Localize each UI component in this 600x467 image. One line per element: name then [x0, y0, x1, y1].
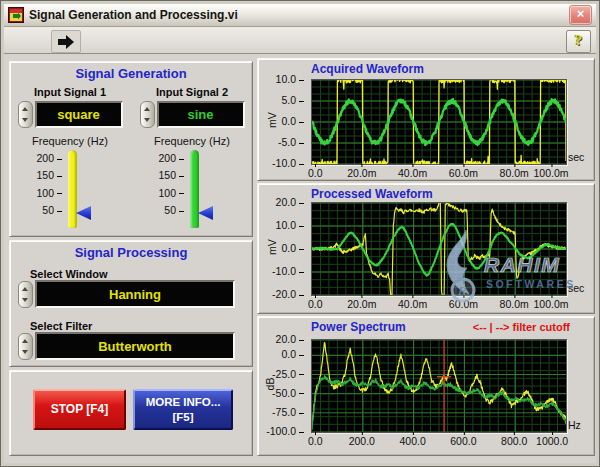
select-window-label: Select Window: [30, 268, 108, 280]
close-icon[interactable]: ×: [569, 5, 592, 25]
select-filter-label: Select Filter: [30, 320, 92, 332]
slider-thumb-1[interactable]: [76, 206, 91, 220]
slider-scale-2: 200 150 100 50: [148, 152, 184, 216]
input-signal-2-value[interactable]: sine: [157, 101, 245, 128]
frequency-slider-1: 200 150 100 50: [16, 150, 124, 234]
window-titlebar: Signal Generation and Processing.vi ×: [4, 4, 596, 27]
run-arrow-icon: [58, 35, 74, 49]
plot-area: [311, 79, 567, 165]
y-tick-label: 20.0: [276, 333, 304, 345]
y-tick-label: -25.0: [272, 368, 304, 380]
filter-cutoff-annotation: <-- | --> filter cutoff: [473, 321, 570, 333]
x-tick-label: 80.0m: [500, 298, 529, 310]
chart-title: Processed Waveform: [311, 187, 433, 201]
slider-track-1[interactable]: [68, 150, 77, 228]
input-signal-1-spinner[interactable]: [18, 101, 33, 128]
signal-generation-panel: Signal Generation Input Signal 1 square …: [9, 61, 253, 237]
signal-processing-panel: Signal Processing Select Window Hanning …: [9, 240, 253, 367]
y-tick-label: 20.0: [276, 196, 304, 208]
frequency-label-1: Frequency (Hz): [16, 135, 124, 147]
x-tick-label: 100.0m: [533, 167, 568, 179]
y-tick-label: -5.0: [278, 136, 304, 148]
y-tick-label: -10.0: [272, 157, 304, 169]
input-signal-1-label: Input Signal 1: [16, 86, 124, 98]
y-tick-label: 0.0: [281, 348, 304, 360]
x-tick-label: 0.0: [308, 435, 323, 447]
y-axis-ticks: 10.0 5.0 0.0 -5.0 -10.0: [258, 79, 304, 163]
x-axis-ticks: 0.0 200.0 400.0 600.0 800.0 1000.0: [311, 434, 565, 448]
front-panel: Signal Generation Input Signal 1 square …: [4, 54, 596, 463]
x-tick-label: 80.0m: [500, 167, 529, 179]
slider-scale-1: 200 150 100 50: [26, 152, 62, 216]
window-title: Signal Generation and Processing.vi: [29, 8, 569, 22]
input-signal-1-group: Input Signal 1 square Frequency (Hz) 200…: [16, 86, 124, 234]
chart-title: Power Spectrum: [311, 320, 406, 334]
y-tick-label: 0.0: [281, 242, 304, 254]
vi-icon: [8, 7, 24, 23]
x-tick-label: 0.0: [308, 298, 323, 310]
more-info-button[interactable]: MORE INFO... [F5]: [133, 389, 233, 430]
power-spectrum-chart: Power Spectrum <-- | --> filter cutoff d…: [257, 316, 595, 456]
x-tick-label: 40.0m: [398, 167, 427, 179]
x-axis-unit: sec: [568, 151, 584, 163]
x-axis-unit: Hz: [568, 419, 581, 431]
chart-title: Acquired Waveform: [311, 62, 424, 76]
y-tick-label: 5.0: [281, 94, 304, 106]
x-tick-label: 60.0m: [449, 167, 478, 179]
y-tick-label: -100.0: [266, 425, 304, 437]
x-tick-label: 0.0: [308, 167, 323, 179]
stop-button[interactable]: STOP [F4]: [33, 389, 126, 430]
y-axis-ticks: 20.0 0.0 -25.0 -50.0 -75.0 -100.0: [258, 339, 304, 431]
actions-panel: STOP [F4] MORE INFO... [F5]: [9, 370, 253, 456]
more-info-line2: [F5]: [135, 410, 231, 424]
frequency-slider-2: 200 150 100 50: [138, 150, 246, 234]
input-signal-2-label: Input Signal 2: [138, 86, 246, 98]
y-tick-label: -20.0: [272, 288, 304, 300]
y-tick-label: 0.0: [281, 115, 304, 127]
x-axis-ticks: 0.0 20.0m 40.0m 60.0m 80.0m 100.0m: [311, 297, 565, 311]
x-tick-label: 100.0m: [533, 298, 568, 310]
y-tick-label: 10.0: [276, 219, 304, 231]
plot-area: [311, 339, 567, 433]
signal-processing-title: Signal Processing: [10, 245, 252, 260]
y-axis-ticks: 20.0 10.0 0.0 -10.0 -20.0: [258, 202, 304, 294]
plot-area: [311, 202, 567, 296]
y-tick-label: 10.0: [276, 73, 304, 85]
x-tick-label: 400.0: [399, 435, 425, 447]
x-axis-unit: sec: [568, 282, 584, 294]
select-window-spinner[interactable]: [18, 281, 33, 308]
x-tick-label: 600.0: [450, 435, 476, 447]
x-tick-label: 40.0m: [398, 298, 427, 310]
help-button[interactable]: ?: [566, 30, 591, 53]
slider-track-2[interactable]: [190, 150, 199, 228]
more-info-line1: MORE INFO...: [135, 395, 231, 409]
select-window-value[interactable]: Hanning: [35, 280, 235, 308]
slider-thumb-2[interactable]: [198, 206, 213, 220]
frequency-label-2: Frequency (Hz): [138, 135, 246, 147]
x-tick-label: 800.0: [501, 435, 527, 447]
run-button[interactable]: [51, 30, 81, 53]
input-signal-2-group: Input Signal 2 sine Frequency (Hz) 200 1…: [138, 86, 246, 234]
select-filter-spinner[interactable]: [18, 333, 33, 360]
x-tick-label: 60.0m: [449, 298, 478, 310]
signal-generation-title: Signal Generation: [10, 66, 252, 81]
x-tick-label: 1000.0: [536, 435, 568, 447]
y-tick-label: -10.0: [272, 265, 304, 277]
processed-waveform-chart: Processed Waveform mV 20.0 10.0 0.0 -10.…: [257, 183, 595, 314]
x-tick-label: 20.0m: [347, 167, 376, 179]
input-signal-1-value[interactable]: square: [35, 101, 123, 128]
x-tick-label: 200.0: [349, 435, 375, 447]
select-filter-value[interactable]: Butterworth: [35, 332, 235, 360]
app-window: Signal Generation and Processing.vi × ? …: [0, 0, 600, 467]
acquired-waveform-chart: Acquired Waveform mV 10.0 5.0 0.0 -5.0 -…: [257, 58, 595, 181]
y-tick-label: -50.0: [272, 387, 304, 399]
x-axis-ticks: 0.0 20.0m 40.0m 60.0m 80.0m 100.0m: [311, 166, 565, 180]
y-tick-label: -75.0: [272, 406, 304, 418]
input-signal-2-spinner[interactable]: [140, 101, 155, 128]
toolbar: ?: [4, 27, 596, 54]
x-tick-label: 20.0m: [347, 298, 376, 310]
